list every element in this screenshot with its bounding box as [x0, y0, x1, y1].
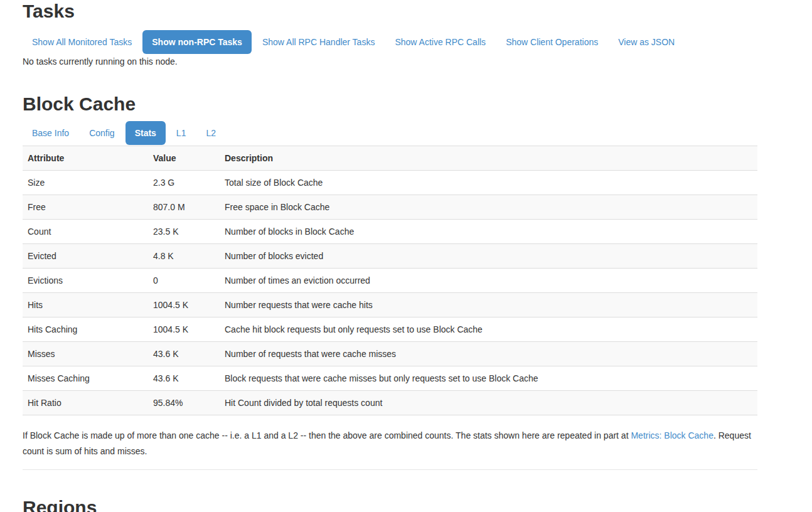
- table-row: Misses 43.6 K Number of requests that we…: [23, 342, 757, 366]
- table-row: Free 807.0 M Free space in Block Cache: [23, 195, 757, 220]
- block-cache-stats-table: Attribute Value Description Size 2.3 G T…: [23, 146, 757, 415]
- table-row: Hit Ratio 95.84% Hit Count divided by to…: [23, 391, 757, 415]
- pill-show-client-operations-link[interactable]: Show Client Operations: [496, 30, 607, 54]
- pill-view-as-json-link[interactable]: View as JSON: [609, 30, 684, 54]
- cell-attribute: Hit Ratio: [23, 391, 148, 415]
- block-cache-footnote: If Block Cache is made up of more than o…: [23, 428, 757, 459]
- cell-description: Number requests that were cache hits: [220, 293, 757, 317]
- footnote-text-before: If Block Cache is made up of more than o…: [23, 430, 631, 440]
- table-row: Count 23.5 K Number of blocks in Block C…: [23, 220, 757, 244]
- pill-show-active-rpc-calls-link[interactable]: Show Active RPC Calls: [385, 30, 495, 54]
- metrics-block-cache-link[interactable]: Metrics: Block Cache: [631, 430, 713, 440]
- cell-value: 1004.5 K: [148, 293, 220, 317]
- tab-l2[interactable]: L2: [196, 121, 225, 145]
- cell-attribute: Free: [23, 195, 148, 220]
- table-row: Hits 1004.5 K Number requests that were …: [23, 293, 757, 317]
- tab-l2-link[interactable]: L2: [196, 121, 225, 145]
- tasks-filter-pills: Show All Monitored Tasks Show non-RPC Ta…: [23, 30, 757, 54]
- cell-value: 1004.5 K: [148, 317, 220, 342]
- pill-view-as-json[interactable]: View as JSON: [609, 30, 684, 54]
- cell-attribute: Hits Caching: [23, 317, 148, 342]
- pill-show-all-rpc-handler-tasks[interactable]: Show All RPC Handler Tasks: [253, 30, 384, 54]
- cell-description: Number of times an eviction occurred: [220, 269, 757, 293]
- block-cache-heading: Block Cache: [23, 94, 757, 114]
- cell-description: Free space in Block Cache: [220, 195, 757, 220]
- pill-show-all-monitored-tasks[interactable]: Show All Monitored Tasks: [23, 30, 141, 54]
- cell-attribute: Evictions: [23, 269, 148, 293]
- cell-value: 4.8 K: [148, 244, 220, 269]
- cell-attribute: Hits: [23, 293, 148, 317]
- tab-config-link[interactable]: Config: [80, 121, 124, 145]
- cell-description: Number of blocks evicted: [220, 244, 757, 269]
- tasks-empty-message: No tasks currently running on this node.: [23, 55, 757, 68]
- table-row: Evicted 4.8 K Number of blocks evicted: [23, 244, 757, 269]
- cell-description: Block requests that were cache misses bu…: [220, 366, 757, 391]
- cell-attribute: Count: [23, 220, 148, 244]
- column-header-attribute: Attribute: [23, 146, 148, 171]
- cell-attribute: Size: [23, 171, 148, 195]
- cell-description: Hit Count divided by total requests coun…: [220, 391, 757, 415]
- tasks-heading: Tasks: [23, 0, 757, 21]
- regions-heading: Regions: [23, 498, 757, 512]
- table-header-row: Attribute Value Description: [23, 146, 757, 171]
- cell-value: 807.0 M: [148, 195, 220, 220]
- table-row: Evictions 0 Number of times an eviction …: [23, 269, 757, 293]
- column-header-value: Value: [148, 146, 220, 171]
- section-divider: [23, 469, 757, 470]
- cell-description: Cache hit block requests but only reques…: [220, 317, 757, 342]
- table-row: Hits Caching 1004.5 K Cache hit block re…: [23, 317, 757, 342]
- content-container: Tasks Show All Monitored Tasks Show non-…: [23, 0, 757, 512]
- pill-show-active-rpc-calls[interactable]: Show Active RPC Calls: [385, 30, 495, 54]
- cell-description: Number of requests that were cache misse…: [220, 342, 757, 366]
- cell-value: 0: [148, 269, 220, 293]
- tab-stats[interactable]: Stats: [126, 121, 166, 145]
- cell-value: 95.84%: [148, 391, 220, 415]
- pill-show-all-rpc-handler-tasks-link[interactable]: Show All RPC Handler Tasks: [253, 30, 384, 54]
- table-row: Misses Caching 43.6 K Block requests tha…: [23, 366, 757, 391]
- tab-l1[interactable]: L1: [167, 121, 196, 145]
- column-header-description: Description: [220, 146, 757, 171]
- tab-stats-link[interactable]: Stats: [126, 121, 166, 145]
- tab-base-info-link[interactable]: Base Info: [23, 121, 78, 145]
- cell-attribute: Misses: [23, 342, 148, 366]
- pill-show-client-operations[interactable]: Show Client Operations: [496, 30, 607, 54]
- cell-value: 43.6 K: [148, 342, 220, 366]
- table-row: Size 2.3 G Total size of Block Cache: [23, 171, 757, 195]
- cell-value: 2.3 G: [148, 171, 220, 195]
- cell-value: 23.5 K: [148, 220, 220, 244]
- cell-value: 43.6 K: [148, 366, 220, 391]
- tab-l1-link[interactable]: L1: [167, 121, 196, 145]
- pill-show-non-rpc-tasks-link[interactable]: Show non-RPC Tasks: [142, 30, 252, 54]
- pill-show-non-rpc-tasks[interactable]: Show non-RPC Tasks: [142, 30, 252, 54]
- cell-description: Total size of Block Cache: [220, 171, 757, 195]
- tab-base-info[interactable]: Base Info: [23, 121, 78, 145]
- block-cache-tabs: Base Info Config Stats L1 L2: [23, 121, 757, 145]
- cell-attribute: Evicted: [23, 244, 148, 269]
- tab-config[interactable]: Config: [80, 121, 124, 145]
- cell-description: Number of blocks in Block Cache: [220, 220, 757, 244]
- page: Tasks Show All Monitored Tasks Show non-…: [0, 0, 812, 512]
- cell-attribute: Misses Caching: [23, 366, 148, 391]
- pill-show-all-monitored-tasks-link[interactable]: Show All Monitored Tasks: [23, 30, 141, 54]
